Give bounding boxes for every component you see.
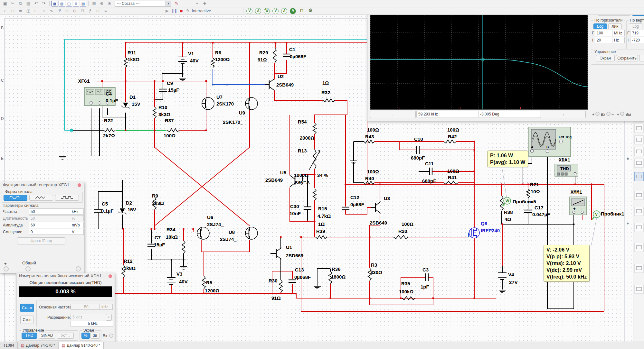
probe-current-icon[interactable]: A [255, 8, 261, 14]
component-label[interactable]: 330Ω [370, 270, 382, 275]
component-label[interactable]: C7 [155, 235, 161, 240]
component-label[interactable]: C11 [425, 161, 434, 166]
place-component-icon-1[interactable]: ⊓ [9, 8, 16, 14]
component-label[interactable]: 100Ω [367, 127, 379, 133]
probe-power-icon[interactable]: W [264, 8, 270, 14]
component-label[interactable]: 0.1µF [101, 208, 114, 214]
component-label[interactable]: R35 [401, 281, 410, 286]
probe-settings-icon[interactable]: ⚙ [307, 7, 313, 14]
right-toolbar-icon-8[interactable] [634, 243, 644, 252]
bode-screen-button[interactable]: Экран [596, 55, 615, 61]
grid-view-icon[interactable]: ▥ [59, 1, 65, 6]
component-label[interactable]: R3 [371, 262, 377, 268]
component-label[interactable]: U7 [216, 94, 223, 100]
component-label[interactable]: IRFP240 [481, 228, 500, 233]
place-component-icon-3[interactable]: ◫ [25, 8, 32, 14]
component-label[interactable]: THD [560, 166, 569, 171]
replace-icon[interactable]: ⊗ [106, 1, 113, 6]
undo-icon[interactable]: ↶ [33, 1, 40, 6]
xfg-triangle-button[interactable] [29, 195, 53, 201]
sheet-tab[interactable]: ▤Данлар 74-170 * [18, 342, 59, 349]
grapher-icon[interactable]: ⊞ [73, 1, 79, 6]
component-label[interactable]: R11 [128, 50, 136, 55]
xda-start-button[interactable]: Старт [20, 304, 34, 312]
component-label[interactable]: 10Ω [531, 189, 540, 194]
bode-h-log-button[interactable]: Log [593, 23, 607, 29]
component-label[interactable]: Пробник1 [601, 211, 624, 216]
right-toolbar-icon-4[interactable] [634, 172, 644, 181]
component-label[interactable]: Key=A [295, 179, 310, 185]
component-label[interactable]: 2SB649 [370, 220, 387, 225]
right-toolbar-icon-9[interactable] [634, 264, 644, 273]
component-label[interactable]: 2000Ω [300, 135, 314, 141]
component-label[interactable]: XDA1 [559, 158, 570, 163]
component-label[interactable]: 2SB649 [265, 177, 283, 183]
right-toolbar-icon-3[interactable] [634, 159, 644, 168]
xfg-minus-terminal[interactable] [76, 266, 81, 271]
component-label[interactable]: 91Ω [271, 295, 281, 301]
xda-res-dropdown-arrow[interactable]: ▼ [106, 314, 112, 321]
component-label[interactable]: U3 [384, 196, 390, 201]
xfg-row-field[interactable]: 0 [29, 229, 71, 235]
sheet-tab[interactable]: ▤Данлар 9140-240 * [59, 342, 104, 349]
copy-icon[interactable]: ⧉ [17, 1, 24, 6]
bode-save-button[interactable]: Сохранить [616, 55, 638, 61]
component-label[interactable]: 2SK170_ [223, 119, 243, 125]
component-label[interactable]: R10 [158, 105, 167, 110]
cut-icon[interactable]: ✂ [9, 1, 16, 6]
hierarchy-icon[interactable]: ▦ [52, 1, 58, 6]
component-label[interactable]: 40V [190, 58, 199, 63]
component-label[interactable]: R22 [104, 118, 113, 123]
probe-refvoltage-icon[interactable]: V [290, 8, 296, 14]
component-label[interactable]: D1 [129, 94, 136, 100]
component-label[interactable]: 2SK170_ [216, 101, 237, 106]
component-label[interactable]: B [546, 145, 549, 149]
place-component-icon-9[interactable]: ⊙ [71, 8, 78, 14]
sheet-tab[interactable]: Т1094 [0, 342, 18, 349]
bode-set-button[interactable]: У [639, 55, 644, 61]
component-label[interactable]: R20 [398, 228, 407, 234]
right-toolbar-icon-10[interactable] [634, 285, 644, 294]
component-label[interactable]: U8 [229, 229, 235, 235]
component-label[interactable]: R30 [269, 278, 278, 283]
component-label[interactable]: V4 [508, 272, 514, 277]
probe-diffvoltage-icon[interactable]: V [272, 8, 279, 14]
component-label[interactable]: XFG1 [78, 79, 90, 84]
xda-percent-button[interactable]: % [81, 333, 90, 339]
component-label[interactable]: 1k8Ω [128, 57, 139, 62]
component-label[interactable]: 1k8Ω [124, 265, 136, 271]
component-label[interactable]: Q8 [481, 221, 487, 226]
xfg-plus-terminal[interactable] [4, 266, 9, 271]
xfg-square-button[interactable] [55, 195, 79, 201]
place-component-icon-5[interactable]: ⌂ [40, 8, 47, 14]
component-label[interactable]: 0µ68F [350, 202, 364, 207]
component-label[interactable]: 680pF [422, 178, 436, 184]
component-label[interactable]: C30 [290, 204, 299, 209]
component-label[interactable]: 15µF [154, 242, 165, 247]
component-label[interactable]: R9 [152, 193, 158, 198]
xda-stop-button[interactable]: Стоп [20, 316, 34, 324]
xfg-window-title[interactable]: Функциональный генератор-XFG1 [0, 182, 84, 188]
component-label[interactable]: C10 [414, 136, 423, 142]
component-label[interactable]: R34 [166, 227, 175, 232]
bode-v-f-field[interactable]: 719 [630, 30, 644, 36]
component-label[interactable]: C3 [422, 267, 429, 272]
component-label[interactable]: R5 [206, 280, 212, 285]
wizard-icon[interactable]: ⌁ [194, 1, 201, 6]
place-component-icon-13[interactable]: ≡ [102, 8, 109, 14]
place-component-icon-0[interactable]: ⌐ [2, 8, 9, 14]
component-label[interactable]: 100Ω [367, 169, 379, 174]
xda-set-button[interactable]: Уст... [57, 333, 74, 339]
run-button[interactable]: ▶ [166, 8, 169, 13]
component-label[interactable]: 10nF [289, 211, 301, 216]
place-component-icon-7[interactable]: Ψ [56, 8, 63, 14]
xfg-common-terminal[interactable] [25, 266, 31, 271]
xda-in-terminal[interactable] [109, 334, 113, 338]
spreadsheet-icon[interactable]: ▤ [80, 1, 86, 6]
component-label[interactable]: 0µ068F [290, 54, 306, 59]
component-label[interactable]: R6 [215, 50, 221, 55]
component-label[interactable]: C17 [535, 205, 544, 210]
bode-cursor-left-button[interactable]: ← [370, 111, 416, 118]
component-label[interactable]: 1800Ω [331, 274, 346, 280]
component-label[interactable]: 4.7kΩ [317, 213, 331, 219]
